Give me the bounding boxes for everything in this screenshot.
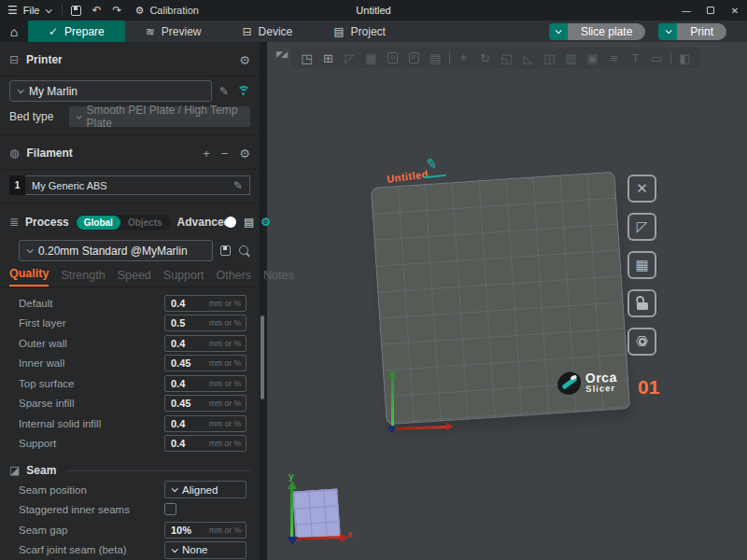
- filament-settings-gear-icon[interactable]: ⚙: [239, 147, 250, 161]
- calibration-button[interactable]: ⚙ Calibration: [128, 5, 206, 17]
- maximize-button[interactable]: [698, 0, 723, 21]
- staggered-seams-checkbox[interactable]: [164, 503, 176, 515]
- filament-edit-icon[interactable]: ✎: [233, 179, 243, 192]
- printer-preset-select[interactable]: My Marlin: [9, 80, 212, 102]
- slice-plate-label: Slice plate: [581, 25, 632, 38]
- tab-support[interactable]: Support: [163, 269, 204, 287]
- split-objects-icon[interactable]: ◫: [542, 50, 557, 66]
- filament-icon: ◍: [9, 147, 19, 160]
- rotate-icon[interactable]: ↻: [477, 50, 493, 66]
- redo-button[interactable]: ↷: [107, 3, 128, 18]
- minimize-button[interactable]: —: [674, 0, 698, 21]
- save-button[interactable]: [66, 3, 87, 18]
- save-icon: [71, 6, 81, 16]
- delete-all-button[interactable]: ✕: [627, 175, 656, 203]
- add-object-icon[interactable]: ◳: [299, 50, 315, 66]
- process-graph-icon[interactable]: ⚙: [261, 216, 271, 229]
- tab-project[interactable]: ▤ Project: [313, 21, 406, 42]
- collapse-sidebar-icon[interactable]: ◤◢: [276, 49, 286, 59]
- close-button[interactable]: ✕: [723, 0, 747, 21]
- arrange-plate-button[interactable]: ▦: [627, 251, 656, 279]
- save-preset-icon[interactable]: [220, 245, 231, 256]
- printer-icon: ⊟: [9, 53, 19, 66]
- seam-gap-input[interactable]: [165, 525, 203, 536]
- add-filament-button[interactable]: +: [203, 147, 210, 161]
- home-button[interactable]: ⌂: [0, 21, 28, 42]
- param-unit: mm or %: [209, 439, 246, 448]
- parameter-list: Default mm or % First layer mm or % Oute…: [0, 287, 260, 454]
- param-label: Top surface: [19, 378, 164, 389]
- remove-filament-button[interactable]: −: [221, 147, 229, 161]
- tab-notes[interactable]: Notes: [263, 269, 294, 287]
- layers-icon[interactable]: ▤: [428, 50, 444, 66]
- process-section-header: ≣ Process Global Objects Advanced ▤ ⚙: [0, 211, 260, 233]
- seam-icon: ◪: [9, 464, 20, 477]
- param-input-inner-wall[interactable]: [165, 357, 203, 369]
- plate-settings-button[interactable]: ⎔: [627, 328, 656, 356]
- maximize-icon: [707, 7, 714, 14]
- seam-position-select[interactable]: Aligned: [164, 481, 247, 498]
- add-plate-icon[interactable]: ⊞: [320, 50, 336, 66]
- bed-type-select[interactable]: Smooth PEI Plate / High Temp Plate: [69, 106, 250, 127]
- process-preset-select[interactable]: 0.20mm Standard @MyMarlin: [19, 240, 213, 261]
- print-options-dropdown[interactable]: [658, 23, 677, 40]
- printer-connection-icon[interactable]: [236, 86, 250, 97]
- param-unit: mm or %: [209, 525, 246, 535]
- lock-plate-button[interactable]: [627, 289, 656, 317]
- auto-orient-plate-button[interactable]: ◸: [627, 213, 656, 241]
- tab-device[interactable]: ⊟ Device: [222, 21, 314, 42]
- rename-plate-icon[interactable]: ✎: [425, 155, 440, 174]
- bed-type-label: Bed type: [9, 110, 63, 123]
- tab-strength[interactable]: Strength: [61, 269, 105, 287]
- panel-scrollbar[interactable]: [261, 315, 264, 399]
- printer-edit-icon[interactable]: ✎: [219, 85, 229, 98]
- search-preset-icon[interactable]: [238, 245, 250, 257]
- print-label: Print: [690, 25, 713, 38]
- auto-orient-icon[interactable]: ◸: [342, 50, 358, 66]
- slice-options-dropdown[interactable]: [549, 23, 568, 40]
- filament-preset-select[interactable]: My Generic ABS ✎: [25, 175, 250, 195]
- print-button[interactable]: Print: [677, 23, 726, 40]
- undo-button[interactable]: ↶: [87, 3, 107, 18]
- delete-all-icon: ✕: [636, 180, 648, 197]
- plate-overview-thumbnail[interactable]: y x: [280, 471, 374, 557]
- scope-global-option[interactable]: Global: [77, 216, 120, 230]
- copy-icon[interactable]: 0: [385, 50, 401, 66]
- tab-prepare[interactable]: ✓ Prepare: [28, 21, 125, 42]
- param-input-first-layer[interactable]: [165, 317, 203, 329]
- scale-icon[interactable]: ◱: [499, 50, 514, 66]
- param-input-internal-solid-infill[interactable]: [165, 418, 203, 429]
- split-parts-icon[interactable]: ▥: [563, 50, 579, 66]
- tab-quality[interactable]: Quality: [9, 267, 49, 287]
- scarf-seam-label: Scarf joint seam (beta): [19, 544, 164, 555]
- measure-icon[interactable]: ▭: [649, 50, 665, 66]
- arrange-icon[interactable]: ▦: [363, 50, 379, 66]
- file-menu[interactable]: ☰ File: [0, 4, 58, 17]
- tab-speed[interactable]: Speed: [118, 269, 151, 287]
- param-input-outer-wall[interactable]: [165, 338, 203, 349]
- lay-flat-icon[interactable]: ◺: [520, 50, 536, 66]
- param-input-default[interactable]: [165, 298, 203, 309]
- section-divider: [0, 169, 260, 170]
- prepare-icon: ✓: [49, 25, 58, 38]
- paste-icon[interactable]: P: [406, 50, 422, 66]
- clone-icon[interactable]: ▣: [585, 50, 600, 66]
- move-icon[interactable]: ⌖: [456, 50, 472, 66]
- param-input-support[interactable]: [165, 438, 203, 449]
- param-list-view-icon[interactable]: ▤: [244, 216, 254, 229]
- printer-settings-gear-icon[interactable]: ⚙: [239, 53, 250, 67]
- tab-others[interactable]: Others: [217, 269, 252, 287]
- section-divider: [0, 203, 260, 203]
- menu-icon: ☰: [7, 4, 18, 17]
- scope-objects-option[interactable]: Objects: [120, 217, 170, 228]
- chevron-down-icon: [172, 546, 178, 553]
- assembly-view-icon[interactable]: ◧: [677, 50, 693, 66]
- viewport-3d[interactable]: ◤◢ ◳ ⊞ ◸ ▦ 0 P ▤ ⌖ ↻ ◱ ◺ ◫ ▥ ▣ ≡ T ▭ ◧ U…: [275, 42, 747, 560]
- param-input-top-surface[interactable]: [165, 378, 203, 389]
- scarf-seam-select[interactable]: None: [164, 541, 247, 559]
- variable-layer-height-icon[interactable]: ≡: [606, 50, 622, 66]
- tab-preview[interactable]: ≋ Preview: [125, 21, 222, 42]
- slice-plate-button[interactable]: Slice plate: [568, 23, 645, 40]
- text-tool-icon[interactable]: T: [627, 50, 643, 66]
- param-input-sparse-infill[interactable]: [165, 398, 203, 409]
